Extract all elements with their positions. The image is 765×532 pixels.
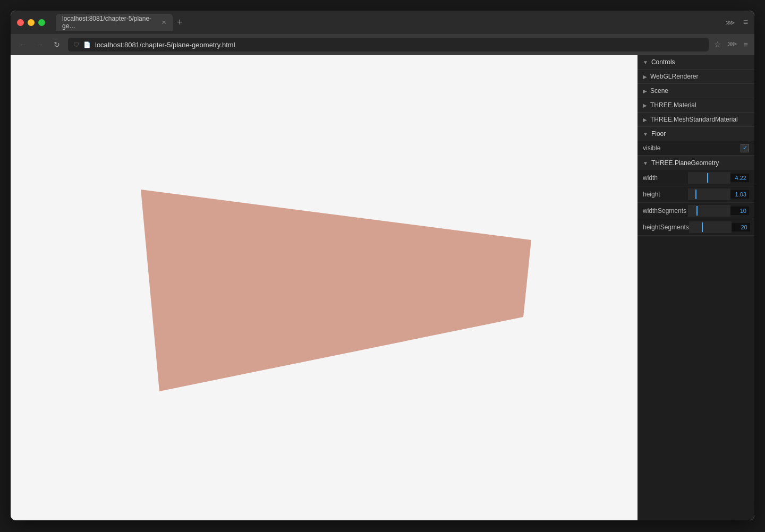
tab-close-icon[interactable]: ✕ xyxy=(162,19,166,26)
height-segments-slider-control: 20 xyxy=(689,221,750,233)
width-slider-thumb xyxy=(707,173,708,183)
width-slider-control: 4.22 xyxy=(688,172,749,184)
nav-bar: ← → ↻ 🛡 📄 localhost:8081/chapter-5/plane… xyxy=(11,34,754,55)
extensions-nav-icon[interactable]: ⋙ xyxy=(727,40,737,49)
scene-header[interactable]: ▶ Scene xyxy=(638,84,754,98)
visible-control: ✓ xyxy=(741,144,749,152)
tab-bar: localhost:8081/chapter-5/plane-ge… ✕ + xyxy=(56,14,721,31)
height-segments-slider[interactable] xyxy=(689,221,732,233)
controls-label: Controls xyxy=(651,58,675,66)
floor-label: Floor xyxy=(651,130,666,138)
scene-arrow-icon: ▶ xyxy=(643,88,647,94)
active-tab[interactable]: localhost:8081/chapter-5/plane-ge… ✕ xyxy=(56,14,173,31)
width-segments-slider[interactable] xyxy=(688,205,730,217)
width-slider[interactable] xyxy=(688,172,730,184)
width-segments-slider-thumb xyxy=(696,206,698,216)
tab-title: localhost:8081/chapter-5/plane-ge… xyxy=(62,15,157,30)
plane-geometry-arrow-icon: ▼ xyxy=(643,160,648,166)
visible-row: visible ✓ xyxy=(638,141,754,156)
extensions-icon[interactable]: ⋙ xyxy=(725,19,735,27)
close-button[interactable] xyxy=(17,19,24,26)
checkmark-icon: ✓ xyxy=(743,144,747,151)
height-slider-control: 1.03 xyxy=(688,188,749,200)
width-value[interactable]: 4.22 xyxy=(730,174,749,182)
controls-arrow-icon: ▼ xyxy=(643,59,648,65)
controls-section: ▼ Controls xyxy=(638,55,754,70)
page-icon: 📄 xyxy=(83,41,91,48)
visible-checkbox[interactable]: ✓ xyxy=(741,144,749,152)
address-bar[interactable]: 🛡 📄 localhost:8081/chapter-5/plane-geome… xyxy=(68,38,709,52)
mesh-material-label: THREE.MeshStandardMaterial xyxy=(650,116,738,123)
width-row: width 4.22 xyxy=(638,170,754,186)
floor-header[interactable]: ▼ Floor xyxy=(638,127,754,141)
mesh-material-header[interactable]: ▶ THREE.MeshStandardMaterial xyxy=(638,113,754,126)
material-section: ▶ THREE.Material xyxy=(638,98,754,113)
material-label: THREE.Material xyxy=(650,101,696,109)
plane-geometry-canvas xyxy=(11,55,638,520)
security-icon: 🛡 xyxy=(73,41,79,48)
height-row: height 1.03 xyxy=(638,186,754,203)
webgl-renderer-header[interactable]: ▶ WebGLRenderer xyxy=(638,70,754,83)
minimize-button[interactable] xyxy=(28,19,35,26)
forward-button[interactable]: → xyxy=(34,39,46,50)
mesh-material-section: ▶ THREE.MeshStandardMaterial xyxy=(638,113,754,127)
scene-label: Scene xyxy=(650,87,668,95)
width-segments-row: widthSegments 10 xyxy=(638,203,754,219)
browser-window: localhost:8081/chapter-5/plane-ge… ✕ + ⋙… xyxy=(11,11,754,520)
height-segments-value[interactable]: 20 xyxy=(732,223,750,231)
title-bar: localhost:8081/chapter-5/plane-ge… ✕ + ⋙… xyxy=(11,11,754,34)
menu-nav-icon[interactable]: ≡ xyxy=(743,40,748,49)
material-arrow-icon: ▶ xyxy=(643,102,647,108)
refresh-button[interactable]: ↻ xyxy=(51,39,63,50)
width-segments-slider-control: 10 xyxy=(688,205,749,217)
webgl-arrow-icon: ▶ xyxy=(643,74,647,80)
width-label: width xyxy=(643,174,688,182)
width-segments-value[interactable]: 10 xyxy=(730,207,749,215)
back-button[interactable]: ← xyxy=(17,39,29,50)
height-slider[interactable] xyxy=(688,188,730,200)
floor-arrow-icon: ▼ xyxy=(643,131,648,137)
right-panel: ▼ Controls ▶ WebGLRenderer ▶ Scene xyxy=(638,55,754,520)
mesh-material-arrow-icon: ▶ xyxy=(643,117,647,123)
title-bar-actions: ⋙ ≡ xyxy=(725,18,748,27)
height-value[interactable]: 1.03 xyxy=(730,190,749,199)
new-tab-button[interactable]: + xyxy=(177,17,183,28)
content-area: ▼ Controls ▶ WebGLRenderer ▶ Scene xyxy=(11,55,754,520)
url-text: localhost:8081/chapter-5/plane-geometry.… xyxy=(95,41,235,49)
nav-extra: ☆ ⋙ ≡ xyxy=(714,40,748,49)
plane-geometry-header[interactable]: ▼ THREE.PlaneGeometry xyxy=(638,156,754,170)
height-segments-label: heightSegments xyxy=(643,224,689,231)
width-segments-label: widthSegments xyxy=(643,207,688,214)
height-label: height xyxy=(643,191,688,198)
visible-label: visible xyxy=(643,144,741,152)
traffic-lights xyxy=(17,19,45,26)
height-segments-slider-thumb xyxy=(702,222,703,232)
plane-geometry-label: THREE.PlaneGeometry xyxy=(651,159,719,167)
controls-header[interactable]: ▼ Controls xyxy=(638,55,754,69)
plane-geometry-section: ▼ THREE.PlaneGeometry width 4.22 height xyxy=(638,156,754,236)
height-segments-row: heightSegments 20 xyxy=(638,219,754,236)
material-header[interactable]: ▶ THREE.Material xyxy=(638,98,754,112)
floor-section: ▼ Floor visible ✓ xyxy=(638,127,754,156)
maximize-button[interactable] xyxy=(38,19,45,26)
viewport xyxy=(11,55,638,520)
menu-icon[interactable]: ≡ xyxy=(743,18,748,27)
plane-shape xyxy=(141,190,531,391)
bookmark-icon[interactable]: ☆ xyxy=(714,40,721,49)
webgl-label: WebGLRenderer xyxy=(650,73,699,80)
webgl-renderer-section: ▶ WebGLRenderer xyxy=(638,70,754,84)
height-slider-thumb xyxy=(695,190,696,199)
scene-section: ▶ Scene xyxy=(638,84,754,98)
